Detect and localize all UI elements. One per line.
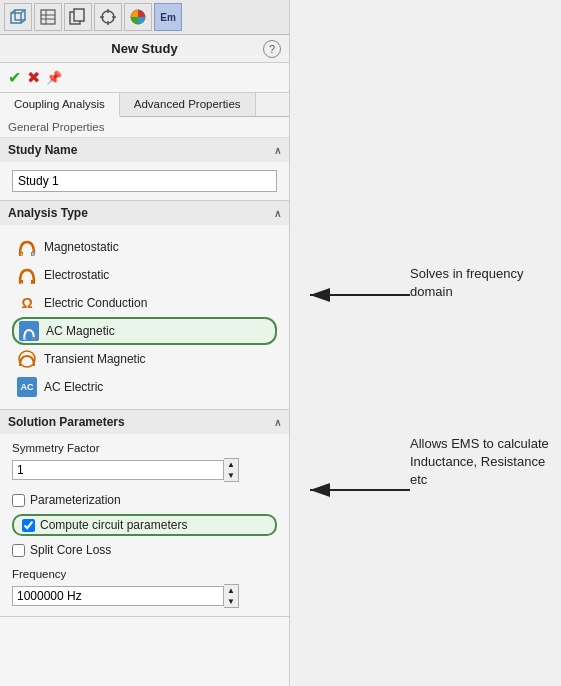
analysis-item-ac-electric[interactable]: AC AC Electric — [12, 373, 277, 401]
analysis-type-chevron: ∧ — [274, 208, 281, 219]
annotation-inductance: Allows EMS to calculate Inductance, Resi… — [410, 435, 555, 490]
toolbar: Em — [0, 0, 289, 35]
analysis-item-magnetostatic[interactable]: N S Magnetostatic — [12, 233, 277, 261]
analysis-item-electrostatic[interactable]: + - Electrostatic — [12, 261, 277, 289]
svg-rect-0 — [11, 13, 21, 23]
ac-electric-icon: AC — [16, 376, 38, 398]
parameterization-checkbox[interactable] — [12, 494, 25, 507]
symmetry-factor-label: Symmetry Factor — [12, 442, 277, 454]
cancel-button[interactable]: ✖ — [27, 68, 40, 87]
magnetostatic-label: Magnetostatic — [44, 240, 119, 254]
transient-magnetic-label: Transient Magnetic — [44, 352, 146, 366]
analysis-item-ac-magnetic[interactable]: AC Magnetic — [12, 317, 277, 345]
transient-magnetic-icon — [16, 348, 38, 370]
compute-circuit-checkbox[interactable] — [22, 519, 35, 532]
split-core-row: Split Core Loss — [12, 540, 277, 560]
frequency-label: Frequency — [12, 568, 277, 580]
analysis-type-section: Analysis Type ∧ N S Magnetos — [0, 201, 289, 410]
svg-text:N: N — [21, 252, 25, 258]
symmetry-factor-input[interactable] — [12, 460, 224, 480]
svg-rect-5 — [41, 10, 55, 24]
title-bar: New Study ? — [0, 35, 289, 63]
analysis-type-header[interactable]: Analysis Type ∧ — [0, 201, 289, 225]
chart-button[interactable] — [124, 3, 152, 31]
annotation-freq-domain: Solves in frequency domain — [410, 265, 550, 301]
electrostatic-label: Electrostatic — [44, 268, 109, 282]
analysis-item-transient-magnetic[interactable]: Transient Magnetic — [12, 345, 277, 373]
tabs-bar: Coupling Analysis Advanced Properties — [0, 93, 289, 117]
study-name-header[interactable]: Study Name ∧ — [0, 138, 289, 162]
study-name-section: Study Name ∧ — [0, 138, 289, 201]
ac-magnetic-label: AC Magnetic — [46, 324, 115, 338]
arrows-svg — [290, 0, 561, 686]
panel-content: Study Name ∧ Analysis Type ∧ — [0, 138, 289, 686]
help-button[interactable]: ? — [263, 40, 281, 58]
panel-title: New Study — [111, 41, 177, 56]
analysis-type-title: Analysis Type — [8, 206, 88, 220]
split-core-checkbox[interactable] — [12, 544, 25, 557]
electrostatic-icon: + - — [16, 264, 38, 286]
pin-button[interactable]: 📌 — [46, 70, 62, 85]
svg-rect-10 — [74, 9, 84, 21]
tab-advanced-properties[interactable]: Advanced Properties — [120, 93, 256, 116]
frequency-input[interactable] — [12, 586, 224, 606]
general-properties-label: General Properties — [0, 117, 289, 138]
symmetry-factor-up[interactable]: ▲ — [224, 459, 238, 470]
compute-circuit-label: Compute circuit parameters — [40, 518, 187, 532]
magnetostatic-icon: N S — [16, 236, 38, 258]
frequency-input-row: ▲ ▼ — [12, 584, 277, 608]
study-name-body — [0, 162, 289, 200]
em-button[interactable]: Em — [154, 3, 182, 31]
action-bar: ✔ ✖ 📌 — [0, 63, 289, 93]
solution-parameters-section: Solution Parameters ∧ Symmetry Factor ▲ … — [0, 410, 289, 617]
ac-magnetic-icon — [18, 320, 40, 342]
svg-rect-25 — [23, 337, 26, 340]
study-panel: Em New Study ? ✔ ✖ 📌 Coupling Analysis A… — [0, 0, 290, 686]
symmetry-factor-spin: ▲ ▼ — [12, 458, 277, 482]
cube-button[interactable] — [4, 3, 32, 31]
svg-rect-26 — [32, 337, 35, 340]
analysis-item-electric-conduction[interactable]: Ω Electric Conduction — [12, 289, 277, 317]
tab-coupling-analysis[interactable]: Coupling Analysis — [0, 93, 120, 117]
frequency-down[interactable]: ▼ — [224, 596, 238, 607]
electric-conduction-label: Electric Conduction — [44, 296, 147, 310]
study-name-title: Study Name — [8, 143, 77, 157]
crosshair-button[interactable] — [94, 3, 122, 31]
annotations-area: Solves in frequency domain Allows EMS to… — [290, 0, 561, 686]
solution-parameters-body: Symmetry Factor ▲ ▼ Parameterization Com… — [0, 434, 289, 616]
parameterization-label: Parameterization — [30, 493, 121, 507]
symmetry-factor-spinners: ▲ ▼ — [224, 458, 239, 482]
parameterization-row: Parameterization — [12, 490, 277, 510]
frequency-spinners: ▲ ▼ — [224, 584, 239, 608]
solution-parameters-chevron: ∧ — [274, 417, 281, 428]
solution-parameters-title: Solution Parameters — [8, 415, 125, 429]
study-name-chevron: ∧ — [274, 145, 281, 156]
compute-circuit-row: Compute circuit parameters — [12, 514, 277, 536]
frequency-up[interactable]: ▲ — [224, 585, 238, 596]
ac-electric-label: AC Electric — [44, 380, 103, 394]
solution-parameters-header[interactable]: Solution Parameters ∧ — [0, 410, 289, 434]
list-button[interactable] — [34, 3, 62, 31]
split-core-label: Split Core Loss — [30, 543, 111, 557]
svg-text:+: + — [20, 280, 23, 286]
study-name-input[interactable] — [12, 170, 277, 192]
confirm-button[interactable]: ✔ — [8, 68, 21, 87]
symmetry-factor-down[interactable]: ▼ — [224, 470, 238, 481]
analysis-type-body: N S Magnetostatic + - — [0, 225, 289, 409]
copy-button[interactable] — [64, 3, 92, 31]
electric-conduction-icon: Ω — [16, 292, 38, 314]
